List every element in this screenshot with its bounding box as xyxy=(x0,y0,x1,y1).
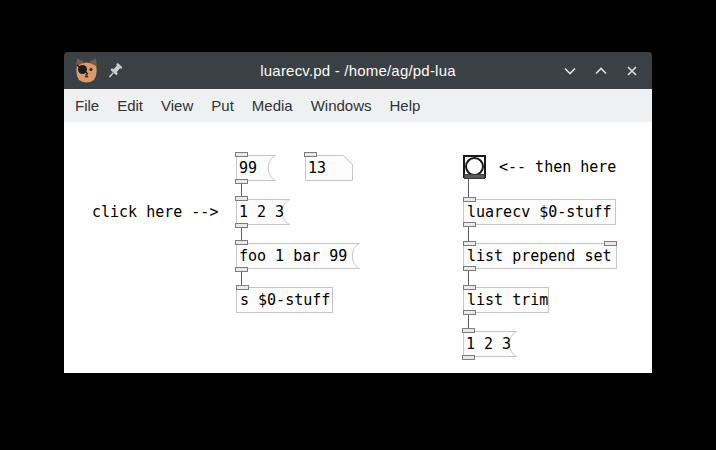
menu-media[interactable]: Media xyxy=(252,97,293,114)
object-box-list-trim[interactable]: list trim xyxy=(463,287,549,313)
comment-then-here: <-- then here xyxy=(499,159,616,175)
patch-canvas[interactable]: click here --> <-- then here 99 13 1 2 3… xyxy=(64,122,652,373)
object-box-luarecv[interactable]: luarecv $0-stuff xyxy=(463,199,616,225)
inlet-nub xyxy=(463,241,476,246)
menu-bar: File Edit View Put Media Windows Help xyxy=(64,89,652,122)
menu-put[interactable]: Put xyxy=(211,97,234,114)
object-box-list-prepend[interactable]: list prepend set xyxy=(463,243,617,269)
object-box-send[interactable]: s $0-stuff xyxy=(236,287,333,313)
maximize-button[interactable] xyxy=(593,63,609,79)
message-box-99[interactable]: 99 xyxy=(236,155,276,181)
minimize-button[interactable] xyxy=(562,63,578,79)
bang-object[interactable] xyxy=(463,155,486,178)
object-text: list trim xyxy=(467,293,548,308)
number-value: 13 xyxy=(308,161,326,176)
message-box-foo[interactable]: foo 1 bar 99 xyxy=(236,243,360,269)
pd-patch-window: luarecv.pd - /home/ag/pd-lua File Edit xyxy=(64,52,652,373)
object-text: s $0-stuff xyxy=(240,293,330,308)
outlet-nub xyxy=(464,174,485,179)
message-box-123-left[interactable]: 1 2 3 xyxy=(236,199,290,225)
message-text: 1 2 3 xyxy=(466,337,511,352)
message-text: foo 1 bar 99 xyxy=(239,249,347,264)
menu-view[interactable]: View xyxy=(161,97,193,114)
number-box-13[interactable]: 13 xyxy=(305,155,353,181)
message-text: 1 2 3 xyxy=(239,205,284,220)
chevron-up-icon xyxy=(594,64,608,78)
title-bar[interactable]: luarecv.pd - /home/ag/pd-lua xyxy=(64,52,652,89)
inlet-nub xyxy=(235,152,248,157)
inlet-nub xyxy=(235,196,248,201)
inlet-nub xyxy=(463,197,476,202)
window-controls xyxy=(562,52,640,89)
close-button[interactable] xyxy=(624,63,640,79)
outlet-nub xyxy=(235,223,248,228)
inlet-nub xyxy=(463,285,476,290)
outlet-nub xyxy=(463,310,476,315)
menu-help[interactable]: Help xyxy=(390,97,421,114)
outlet-nub xyxy=(462,355,475,360)
patch-cord xyxy=(468,178,469,199)
object-text: list prepend set xyxy=(467,249,612,264)
message-box-123-right[interactable]: 1 2 3 xyxy=(463,331,517,357)
object-text: luarecv $0-stuff xyxy=(467,205,612,220)
menu-windows[interactable]: Windows xyxy=(311,97,372,114)
inlet-nub xyxy=(304,152,317,157)
chevron-down-icon xyxy=(563,64,577,78)
inlet-nub xyxy=(235,240,248,245)
outlet-nub xyxy=(463,222,476,227)
outlet-nub xyxy=(235,267,248,272)
inlet-nub-right xyxy=(604,241,617,246)
inlet-nub xyxy=(462,328,475,333)
outlet-nub xyxy=(235,179,248,184)
menu-edit[interactable]: Edit xyxy=(117,97,143,114)
message-text: 99 xyxy=(239,161,257,176)
comment-click-here: click here --> xyxy=(92,204,218,220)
close-icon xyxy=(625,64,639,78)
inlet-nub xyxy=(236,285,249,290)
menu-file[interactable]: File xyxy=(75,97,99,114)
outlet-nub xyxy=(463,266,476,271)
